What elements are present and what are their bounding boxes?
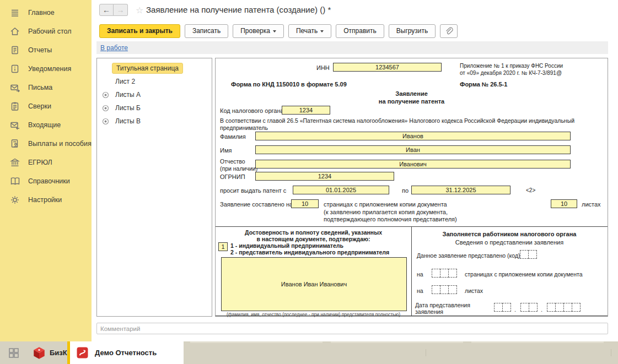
confirm-header-line2: в настоящем документе, подтверждаю: — [216, 236, 411, 242]
bizkub-logo-icon[interactable] — [32, 346, 46, 362]
forward-arrow-icon: → — [117, 6, 125, 14]
input-cell — [440, 285, 449, 294]
sidebar-item-label: Главное — [28, 9, 55, 17]
submission-date-label-line2: заявления — [415, 308, 470, 315]
footnote-marker: <2> — [526, 187, 535, 194]
attachments-button[interactable] — [440, 24, 458, 38]
sidebar-item-desktop[interactable]: Рабочий стол — [0, 22, 92, 41]
home-icon — [9, 25, 21, 37]
input-cell — [547, 303, 556, 312]
appendix-note-line2: от «09» декабря 2020 г. № КЧ-7-3/891@ — [460, 69, 606, 77]
input-cell — [494, 303, 503, 312]
ogrnip-field[interactable]: 1234 — [255, 172, 394, 181]
tax-authority-field[interactable]: 1234 — [282, 106, 330, 115]
save-label: Записать — [192, 27, 221, 35]
date-year-cells[interactable] — [547, 303, 581, 312]
tree-item-sheets-v[interactable]: Листы В — [97, 115, 212, 128]
patent-form-panel: ИНН 1234567 Приложение № 1 к приказу ФНС… — [215, 58, 608, 317]
send-label: Отправить — [343, 27, 377, 35]
patent-to-field[interactable]: 31.12.2025 — [411, 186, 510, 194]
lastname-label: Фамилия — [220, 133, 246, 140]
input-cell — [520, 250, 529, 259]
save-button[interactable]: Записать — [185, 24, 228, 38]
official-sheets-cells[interactable] — [432, 285, 457, 294]
confirm-code-field[interactable]: 1 — [218, 242, 228, 251]
taskbar-separator — [471, 341, 604, 343]
sidebar-item-payments[interactable]: Выплаты и пособия — [0, 134, 92, 153]
info-icon — [9, 63, 21, 75]
save-and-close-button[interactable]: Записать и закрыть — [99, 24, 180, 38]
input-cell — [520, 303, 529, 312]
export-label: Выгрузить — [396, 27, 428, 35]
print-menu-button[interactable]: Печать — [288, 24, 331, 38]
expand-icon[interactable] — [102, 91, 109, 98]
lastname-field[interactable]: Иванов — [255, 132, 571, 140]
input-cell — [502, 303, 511, 312]
sidebar-item-label: Сверки — [28, 102, 51, 110]
sidebar-item-notifications[interactable]: Уведомления — [0, 59, 92, 78]
save-and-close-label: Записать и закрыть — [107, 27, 173, 35]
ogrnip-label: ОГРНИП — [220, 173, 245, 180]
tree-item-sheet-2[interactable]: Лист 2 — [97, 75, 212, 88]
confirm-option2: 2 - представитель индивидуального предпр… — [230, 249, 389, 256]
paperclip-icon — [444, 26, 453, 35]
sidebar: ГлавноеРабочий столОтчетыУведомленияПись… — [0, 0, 92, 341]
official-pages-cells[interactable] — [432, 269, 457, 278]
apps-grid-button[interactable] — [9, 348, 19, 360]
middlename-field[interactable]: Иванович — [255, 160, 571, 169]
tree-item-sheets-a[interactable]: Листы А — [97, 88, 212, 101]
signer-name-field[interactable]: Иванов Иван Иванович — [221, 257, 407, 311]
official-header-line1: Заполняется работником налогового органа — [411, 231, 608, 237]
tree-item-sheets-b[interactable]: Листы Б — [97, 101, 212, 115]
sidebar-item-letters[interactable]: Письма — [0, 78, 92, 97]
inn-field[interactable]: 1234567 — [333, 63, 442, 72]
check-menu-button[interactable]: Проверка — [233, 24, 284, 38]
forward-button[interactable]: → — [114, 4, 128, 16]
sidebar-item-reconciliations[interactable]: Сверки — [0, 97, 92, 116]
date-month-cells[interactable] — [520, 303, 538, 312]
sidebar-item-label: Письма — [28, 84, 52, 91]
tree-item-label: Листы Б — [115, 104, 141, 112]
sidebar-item-directories[interactable]: Справочники — [0, 172, 92, 191]
tree-item-label: Листы В — [115, 117, 141, 125]
grid-icon — [9, 348, 19, 358]
tree-item-title-page[interactable]: Титульная страница — [97, 62, 212, 75]
checklist-icon — [9, 100, 21, 112]
comment-input[interactable] — [96, 323, 608, 334]
report-icon — [9, 44, 21, 56]
patent-from-field[interactable]: 01.01.2025 — [293, 186, 389, 194]
send-button[interactable]: Отправить — [336, 24, 384, 38]
back-button[interactable]: ← — [99, 4, 114, 16]
favorite-star-icon[interactable]: ☆ — [136, 5, 143, 15]
input-cell — [448, 269, 457, 278]
sheets-field[interactable]: 10 — [551, 199, 577, 208]
taskbar-separator — [190, 341, 323, 343]
mail-out-icon — [9, 82, 21, 94]
pages-field[interactable]: 10 — [291, 199, 319, 208]
sidebar-item-label: Рабочий стол — [28, 28, 71, 35]
chevron-down-icon — [320, 30, 324, 32]
submitted-code-cells[interactable] — [520, 250, 537, 259]
sidebar-item-label: Входящие — [28, 121, 61, 129]
date-day-cells[interactable] — [494, 303, 511, 312]
bank-icon — [9, 156, 21, 169]
sidebar-item-label: Отчеты — [28, 46, 52, 54]
tab-accent-bar — [67, 341, 70, 364]
sidebar-item-label: Уведомления — [28, 65, 71, 73]
sidebar-item-egrul[interactable]: ЕГРЮЛ — [0, 153, 92, 172]
date-separator: . — [541, 306, 542, 313]
sidebar-item-settings[interactable]: Настройки — [0, 191, 92, 209]
status-link[interactable]: В работе — [100, 44, 128, 52]
sidebar-item-inbox[interactable]: Входящие — [0, 116, 92, 134]
submitted-code-label: Данное заявление представлено (код) — [417, 252, 520, 259]
sidebar-item-label: Выплаты и пособия — [28, 140, 92, 148]
export-button[interactable]: Выгрузить — [389, 24, 436, 38]
sidebar-item-reports[interactable]: Отчеты — [0, 41, 92, 59]
expand-icon[interactable] — [102, 117, 109, 124]
firstname-field[interactable]: Иван — [255, 145, 571, 154]
middlename-label: Отчество (при наличии) — [220, 158, 257, 172]
expand-icon[interactable] — [102, 104, 109, 111]
sheets-label: листах — [582, 201, 601, 208]
sidebar-item-main[interactable]: Главное — [0, 3, 92, 22]
active-window-tab[interactable]: Демо Отчетность — [67, 341, 184, 364]
